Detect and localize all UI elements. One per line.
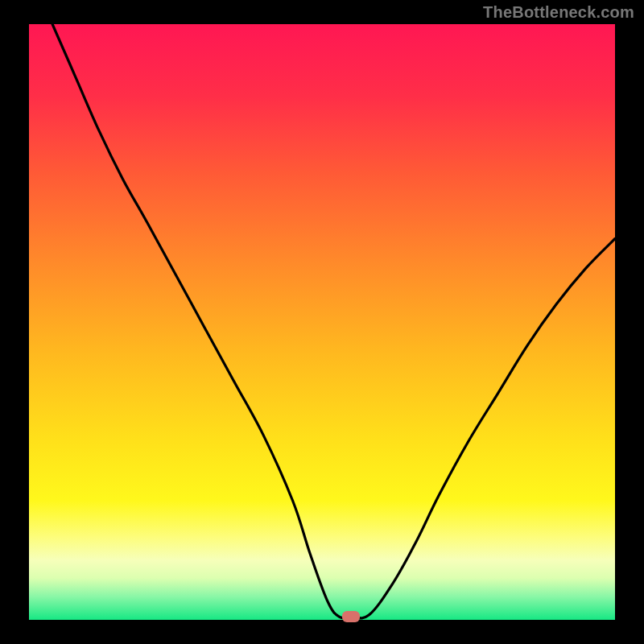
optimal-marker bbox=[342, 611, 360, 622]
plot-area bbox=[29, 24, 615, 620]
watermark-text: TheBottleneck.com bbox=[483, 3, 634, 22]
chart-frame: TheBottleneck.com bbox=[0, 0, 644, 644]
chart-svg bbox=[29, 24, 615, 620]
gradient-rect bbox=[29, 24, 615, 620]
